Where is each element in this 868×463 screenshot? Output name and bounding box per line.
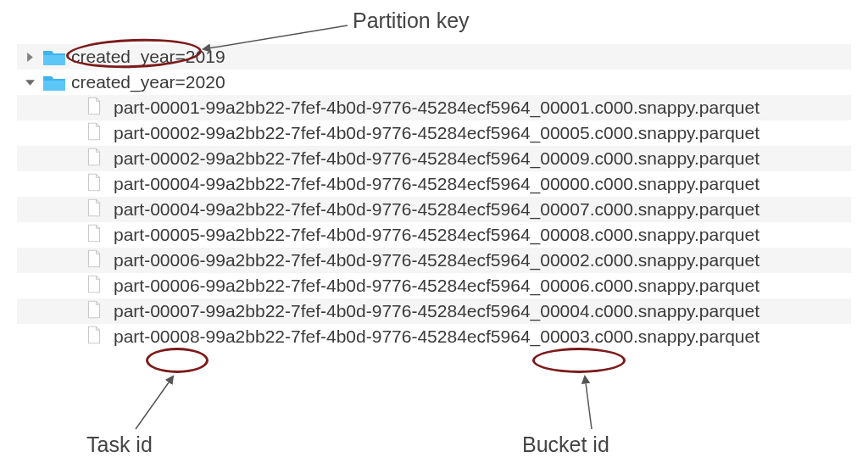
file-row[interactable]: part-00004-99a2bb22-7fef-4b0d-9776-45284… (17, 171, 851, 197)
task-id-label: Task id (86, 432, 153, 457)
folder-icon (42, 73, 66, 92)
folder-icon (42, 47, 66, 66)
folder-row-2019[interactable]: created_year=2019 (17, 44, 851, 70)
file-icon (86, 224, 105, 246)
annotation-ellipse-bucket (532, 348, 626, 373)
file-row[interactable]: part-00006-99a2bb22-7fef-4b0d-9776-45284… (17, 248, 851, 273)
file-icon (86, 122, 105, 144)
file-name: part-00006-99a2bb22-7fef-4b0d-9776-45284… (114, 250, 760, 271)
file-icon (86, 300, 105, 322)
file-icon (86, 148, 105, 170)
disclosure-collapsed-icon[interactable] (24, 51, 36, 63)
file-row[interactable]: part-00004-99a2bb22-7fef-4b0d-9776-45284… (17, 197, 851, 222)
file-row[interactable]: part-00008-99a2bb22-7fef-4b0d-9776-45284… (17, 324, 851, 349)
file-name: part-00007-99a2bb22-7fef-4b0d-9776-45284… (114, 301, 760, 321)
annotation-ellipse-task (146, 348, 209, 373)
svg-line-2 (585, 377, 592, 429)
file-icon (86, 97, 105, 119)
disclosure-expanded-icon[interactable] (24, 76, 36, 88)
file-name: part-00004-99a2bb22-7fef-4b0d-9776-45284… (114, 174, 760, 194)
folder-label: created_year=2019 (71, 47, 225, 67)
file-name: part-00006-99a2bb22-7fef-4b0d-9776-45284… (114, 276, 760, 296)
svg-line-1 (136, 377, 173, 429)
file-icon (86, 275, 105, 297)
file-row[interactable]: part-00002-99a2bb22-7fef-4b0d-9776-45284… (17, 120, 851, 146)
file-name: part-00002-99a2bb22-7fef-4b0d-9776-45284… (114, 148, 760, 169)
file-name: part-00001-99a2bb22-7fef-4b0d-9776-45284… (114, 98, 760, 118)
file-name: part-00004-99a2bb22-7fef-4b0d-9776-45284… (114, 199, 760, 220)
file-name: part-00008-99a2bb22-7fef-4b0d-9776-45284… (114, 326, 760, 347)
file-name: part-00005-99a2bb22-7fef-4b0d-9776-45284… (114, 225, 760, 245)
file-icon (86, 326, 105, 348)
file-row[interactable]: part-00007-99a2bb22-7fef-4b0d-9776-45284… (17, 298, 851, 324)
file-icon (86, 249, 105, 271)
file-row[interactable]: part-00006-99a2bb22-7fef-4b0d-9776-45284… (17, 273, 851, 298)
folder-label: created_year=2020 (71, 72, 225, 92)
file-row[interactable]: part-00005-99a2bb22-7fef-4b0d-9776-45284… (17, 222, 851, 248)
file-row[interactable]: part-00001-99a2bb22-7fef-4b0d-9776-45284… (17, 95, 851, 120)
folder-row-2020[interactable]: created_year=2020 (17, 70, 851, 95)
file-row[interactable]: part-00002-99a2bb22-7fef-4b0d-9776-45284… (17, 146, 851, 171)
partition-key-label: Partition key (353, 8, 470, 33)
file-icon (86, 198, 105, 220)
file-name: part-00002-99a2bb22-7fef-4b0d-9776-45284… (114, 123, 760, 143)
bucket-id-label: Bucket id (522, 432, 609, 457)
file-tree: created_year=2019 created_year=2020 part… (17, 44, 851, 349)
file-icon (86, 173, 105, 195)
